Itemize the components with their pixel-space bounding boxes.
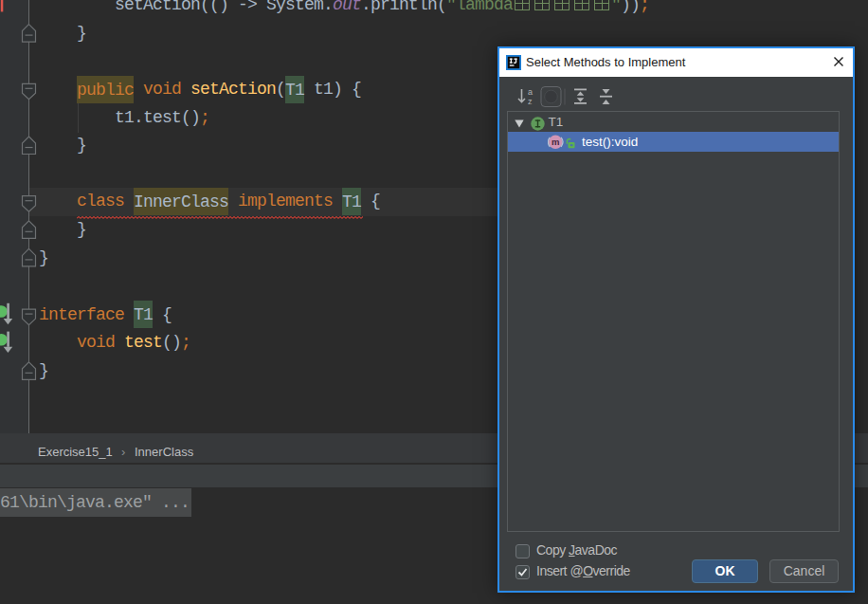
svg-text:a: a — [528, 87, 533, 97]
svg-text:z: z — [528, 97, 533, 106]
svg-text:m: m — [552, 137, 559, 147]
